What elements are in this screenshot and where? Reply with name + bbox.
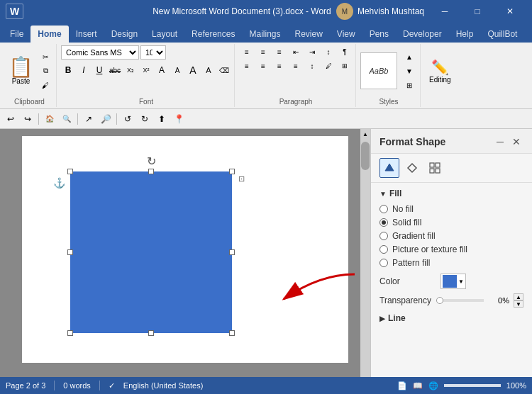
decrease-indent[interactable]: ⇤ (288, 45, 304, 58)
styles-gallery[interactable]: AaBb (360, 52, 397, 89)
no-fill-option[interactable]: No fill (379, 204, 523, 214)
shading-button[interactable]: 🖊 (321, 60, 336, 72)
word-count[interactable]: 0 words (63, 381, 91, 390)
transparency-thumb[interactable] (436, 297, 443, 304)
text-highlight-button[interactable]: A (170, 63, 184, 77)
italic-button[interactable]: I (77, 63, 91, 77)
tab-design[interactable]: Design (104, 26, 145, 43)
handle-middle-left[interactable] (67, 249, 73, 255)
handle-middle-right[interactable] (229, 249, 235, 255)
align-left[interactable]: ≡ (239, 60, 255, 72)
toolbar-nav[interactable]: 📍 (171, 111, 187, 127)
tab-review[interactable]: Review (287, 26, 329, 43)
editing-button[interactable]: ✏️ Editing (425, 57, 455, 85)
tab-view[interactable]: View (330, 26, 362, 43)
line-section-header[interactable]: ▶ Line (379, 313, 523, 323)
show-formatting[interactable]: ¶ (337, 45, 353, 58)
tab-shape-format[interactable]: Shape Format (524, 26, 532, 43)
tab-file[interactable]: File (3, 26, 31, 43)
toolbar-redo2[interactable]: ↻ (137, 111, 153, 127)
copy-button[interactable]: ⧉ (38, 64, 53, 77)
layout-properties-icon-button[interactable] (402, 158, 422, 178)
gradient-fill-option[interactable]: Gradient fill (379, 231, 523, 241)
tab-layout[interactable]: Layout (145, 26, 184, 43)
selected-shape[interactable]: ↻ ⚓ ⊡ (70, 171, 232, 333)
styles-scroll-up[interactable]: ▲ (401, 50, 417, 63)
multilevel-list[interactable]: ≡ (272, 45, 287, 58)
tab-developer[interactable]: Developer (396, 26, 449, 43)
tab-home[interactable]: Home (31, 26, 68, 43)
gradient-fill-radio[interactable] (379, 232, 388, 240)
handle-top-right[interactable] (229, 169, 235, 174)
pattern-fill-radio[interactable] (379, 259, 388, 267)
vertical-scrollbar[interactable]: ▲ (360, 129, 370, 377)
zoom-slider[interactable] (444, 384, 501, 387)
handle-bottom-middle[interactable] (148, 330, 154, 336)
paste-button[interactable]: 📋 Paste (6, 56, 36, 86)
handle-bottom-right[interactable] (229, 330, 235, 336)
maximize-button[interactable]: □ (461, 0, 494, 23)
strikethrough-button[interactable]: abc (108, 63, 122, 77)
undo-button[interactable]: ↩ (3, 111, 18, 127)
align-center[interactable]: ≡ (255, 60, 271, 72)
close-button[interactable]: ✕ (494, 0, 526, 23)
picture-texture-fill-option[interactable]: Picture or texture fill (379, 244, 523, 254)
toolbar-undo2[interactable]: ↺ (120, 111, 135, 127)
tab-insert[interactable]: Insert (69, 26, 104, 43)
styles-expand[interactable]: ⊞ (401, 79, 417, 91)
toolbar-arrow2[interactable]: ⬆ (154, 111, 170, 127)
handle-top-left[interactable] (67, 169, 73, 174)
spell-check[interactable]: ✓ (109, 381, 115, 390)
solid-fill-option[interactable]: Solid fill (379, 218, 523, 227)
picture-texture-fill-radio[interactable] (379, 245, 388, 254)
sort-button[interactable]: ↕ (321, 45, 336, 58)
toolbar-arrow[interactable]: ↗ (81, 111, 96, 127)
font-size-selector[interactable]: 10.5 (140, 45, 166, 60)
tab-quillbot[interactable]: QuillBot (480, 26, 524, 43)
handle-bottom-left[interactable] (67, 330, 73, 336)
home-toolbar-btn[interactable]: 🏠 (42, 111, 57, 127)
toolbar-search2[interactable]: 🔎 (98, 111, 113, 127)
view-normal-button[interactable]: 📄 (397, 381, 407, 390)
tab-help[interactable]: Help (449, 26, 481, 43)
borders-button[interactable]: ⊞ (337, 60, 353, 72)
format-painter-button[interactable]: 🖌 (38, 79, 53, 91)
font-name-selector[interactable]: Comic Sans MS (61, 45, 139, 60)
fill-effects-icon-button[interactable] (379, 158, 399, 178)
panel-close-button[interactable]: ✕ (509, 135, 523, 149)
pattern-fill-option[interactable]: Pattern fill (379, 258, 523, 268)
fill-section-header[interactable]: ▼ Fill (379, 188, 523, 198)
no-fill-radio[interactable] (379, 205, 388, 213)
view-web-button[interactable]: 🌐 (428, 381, 438, 390)
toolbar-find[interactable]: 🔍 (59, 111, 74, 127)
user-avatar[interactable]: M (336, 3, 353, 20)
cut-button[interactable]: ✂ (38, 50, 53, 63)
styles-scroll-down[interactable]: ▼ (401, 64, 417, 77)
tab-mailings[interactable]: Mailings (242, 26, 287, 43)
increase-indent[interactable]: ⇥ (304, 45, 320, 58)
justify[interactable]: ≡ (288, 60, 304, 72)
transparency-slider[interactable] (439, 299, 484, 302)
color-picker-button[interactable]: ▼ (440, 274, 466, 289)
language-info[interactable]: English (United States) (123, 381, 204, 390)
subscript-button[interactable]: X₂ (123, 63, 138, 77)
scroll-thumb[interactable] (361, 142, 370, 170)
font-size-decrease[interactable]: A (201, 63, 216, 77)
transparency-spin-down[interactable]: ▼ (514, 300, 523, 308)
tab-references[interactable]: References (184, 26, 242, 43)
underline-button[interactable]: U (92, 63, 106, 77)
tab-pens[interactable]: Pens (362, 26, 396, 43)
align-right[interactable]: ≡ (272, 60, 287, 72)
line-spacing[interactable]: ↕ (304, 60, 320, 72)
minimize-button[interactable]: ─ (428, 0, 461, 23)
bullets-button[interactable]: ≡ (239, 45, 255, 58)
handle-top-middle[interactable] (148, 169, 154, 174)
redo-button[interactable]: ↪ (20, 111, 35, 127)
font-size-increase[interactable]: A (186, 63, 200, 77)
clear-formatting[interactable]: ⌫ (217, 63, 231, 77)
numbering-button[interactable]: ≡ (255, 45, 271, 58)
rotate-handle[interactable]: ↻ (147, 154, 156, 168)
size-properties-icon-button[interactable] (425, 158, 445, 178)
solid-fill-radio[interactable] (379, 218, 388, 227)
font-color-button[interactable]: A (155, 63, 169, 77)
